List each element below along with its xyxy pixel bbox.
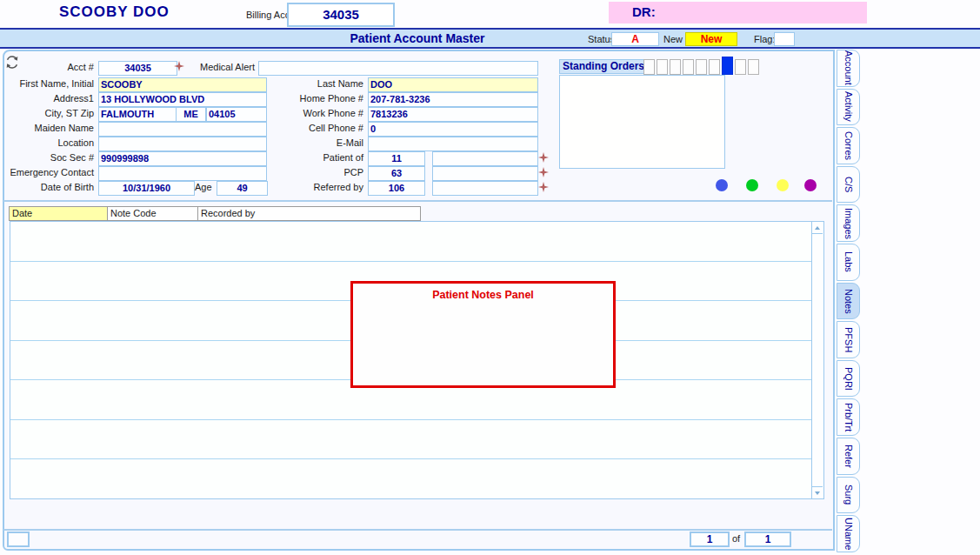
pcp-name-field[interactable] bbox=[432, 166, 538, 181]
patient-notes-panel-title: Patient Notes Panel bbox=[353, 289, 613, 301]
tab-account[interactable]: Account bbox=[837, 50, 860, 87]
patient-of-name-field[interactable] bbox=[432, 151, 538, 166]
standing-order-checkbox[interactable] bbox=[657, 59, 668, 75]
tab-labs[interactable]: Labs bbox=[837, 244, 860, 281]
standing-order-checkbox[interactable] bbox=[735, 59, 746, 75]
standing-orders-checkboxes bbox=[643, 57, 759, 75]
page-of-label: of bbox=[732, 533, 740, 544]
first-name-label: First Name, Initial bbox=[0, 77, 94, 90]
bottom-divider bbox=[3, 529, 832, 531]
patient-of-label: Patient of bbox=[217, 151, 363, 164]
required-star-icon bbox=[538, 152, 549, 163]
legend-dot-blue[interactable] bbox=[716, 179, 728, 191]
scroll-up-icon[interactable] bbox=[812, 222, 823, 234]
referred-by-code-field[interactable]: 106 bbox=[368, 181, 425, 196]
standing-order-checkbox[interactable] bbox=[748, 59, 759, 75]
medical-alert-label: Medical Alert bbox=[130, 61, 255, 74]
tab-cs[interactable]: C/S bbox=[837, 166, 860, 204]
tab-activity[interactable]: Activity bbox=[837, 89, 860, 126]
dr-bar: DR: bbox=[609, 2, 867, 23]
email-field[interactable] bbox=[368, 137, 538, 151]
location-label: Location bbox=[0, 137, 94, 150]
soc-sec-label: Soc Sec # bbox=[0, 151, 94, 164]
referred-by-name-field[interactable] bbox=[432, 181, 538, 196]
work-phone-label: Work Phone # bbox=[217, 107, 363, 120]
note-row[interactable] bbox=[10, 459, 812, 498]
billing-acct-field[interactable]: 34035 bbox=[287, 3, 395, 27]
tab-corres[interactable]: Corres bbox=[837, 127, 860, 164]
standing-order-checkbox[interactable] bbox=[683, 59, 694, 75]
age-label: Age bbox=[195, 181, 214, 194]
work-phone-field[interactable]: 7813236 bbox=[368, 107, 538, 122]
medical-alert-field[interactable] bbox=[258, 61, 538, 76]
standing-orders-textarea[interactable] bbox=[559, 75, 725, 169]
title-bar: Patient Account Master Status: A New New… bbox=[0, 28, 980, 49]
page-number-field[interactable]: 1 bbox=[690, 532, 730, 547]
state-field[interactable]: ME bbox=[176, 107, 206, 122]
status-field[interactable]: A bbox=[611, 32, 659, 46]
required-star-icon bbox=[538, 167, 549, 177]
tab-prbtrt[interactable]: Prb/Trt bbox=[837, 398, 860, 436]
cell-phone-field[interactable]: 0 bbox=[368, 122, 538, 137]
referred-by-label: Referred by bbox=[217, 181, 363, 194]
patient-notes-panel-overlay: Patient Notes Panel bbox=[350, 281, 616, 388]
bottom-left-field[interactable] bbox=[7, 532, 30, 547]
tab-refer[interactable]: Refer bbox=[837, 438, 860, 475]
dr-label: DR: bbox=[632, 4, 656, 19]
notes-scrollbar[interactable] bbox=[811, 222, 823, 498]
home-phone-field[interactable]: 207-781-3236 bbox=[368, 92, 538, 107]
new-badge[interactable]: New bbox=[685, 32, 737, 46]
new-label: New bbox=[663, 34, 683, 44]
note-row[interactable] bbox=[10, 420, 812, 460]
tab-notes[interactable]: Notes bbox=[837, 283, 860, 320]
side-tab-strip: Account Activity Corres C/S Images Labs … bbox=[837, 50, 860, 552]
flag-field[interactable] bbox=[774, 32, 795, 46]
email-label: E-Mail bbox=[217, 137, 363, 150]
tab-pqri[interactable]: PQRI bbox=[837, 360, 860, 398]
patient-account-master-window: SCOOBY DOO Billing Acct # 34035 DR: Pati… bbox=[0, 0, 980, 555]
pcp-label: PCP bbox=[217, 166, 363, 179]
note-row[interactable] bbox=[10, 222, 812, 262]
notes-col-date[interactable]: Date bbox=[9, 206, 110, 221]
tab-uname[interactable]: UName bbox=[837, 515, 860, 552]
cell-phone-label: Cell Phone # bbox=[217, 122, 363, 135]
address1-label: Address1 bbox=[0, 92, 94, 105]
maiden-name-label: Maiden Name bbox=[0, 122, 94, 135]
legend-dot-green[interactable] bbox=[746, 179, 758, 191]
standing-order-checkbox[interactable] bbox=[670, 59, 681, 75]
standing-orders-label: Standing Orders bbox=[559, 59, 648, 74]
emergency-contact-label: Emergency Contact bbox=[0, 166, 94, 179]
city-field[interactable]: FALMOUTH bbox=[98, 107, 177, 122]
tab-images[interactable]: Images bbox=[837, 204, 860, 242]
last-name-field[interactable]: DOO bbox=[368, 77, 538, 92]
standing-order-checkbox-checked[interactable] bbox=[722, 57, 733, 75]
section-divider bbox=[3, 200, 832, 202]
legend-dot-yellow[interactable] bbox=[777, 179, 789, 191]
patient-of-code-field[interactable]: 11 bbox=[368, 151, 425, 166]
home-phone-label: Home Phone # bbox=[217, 92, 363, 105]
date-of-birth-field[interactable]: 10/31/1960 bbox=[98, 181, 195, 196]
notes-col-note-code[interactable]: Note Code bbox=[107, 206, 200, 221]
date-of-birth-label: Date of Birth bbox=[0, 181, 94, 194]
page-total-field[interactable]: 1 bbox=[744, 532, 791, 547]
last-name-label: Last Name bbox=[217, 77, 363, 90]
standing-order-checkbox[interactable] bbox=[709, 59, 720, 75]
tab-pfsh[interactable]: PFSH bbox=[837, 321, 860, 358]
standing-order-checkbox[interactable] bbox=[643, 59, 655, 75]
acct-label: Acct # bbox=[0, 61, 94, 74]
flag-label: Flag: bbox=[754, 34, 775, 44]
scroll-down-icon[interactable] bbox=[812, 486, 823, 498]
standing-order-checkbox[interactable] bbox=[696, 59, 707, 75]
pcp-code-field[interactable]: 63 bbox=[368, 166, 425, 181]
legend-dot-purple[interactable] bbox=[804, 179, 817, 191]
tab-surg[interactable]: Surg bbox=[837, 477, 860, 514]
city-st-zip-label: City, ST Zip bbox=[0, 107, 94, 120]
patient-name: SCOOBY DOO bbox=[59, 3, 170, 21]
notes-col-recorded-by[interactable]: Recorded by bbox=[197, 206, 421, 221]
required-star-icon bbox=[538, 182, 549, 192]
